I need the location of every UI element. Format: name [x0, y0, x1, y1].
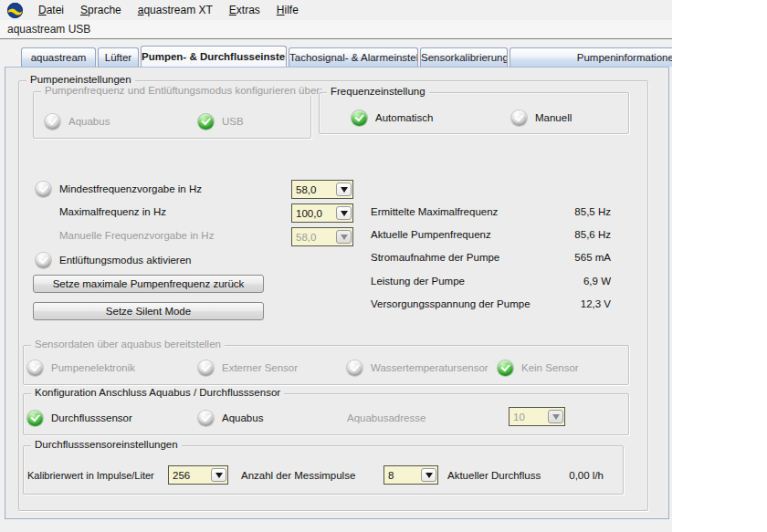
maximalfrequenz-dropdown-button[interactable]	[336, 206, 352, 220]
group-pumpeneinstellungen: Pumpeneinstellungen Pumpenfrequenz und E…	[18, 80, 648, 511]
group-konfiguration-anschluss: Konfiguration Anschluss Aquabus / Durchf…	[23, 393, 629, 435]
option-pumpenelektronik: Pumpenelektronik	[27, 359, 135, 377]
manuelle-frequenz-dropdown-button	[336, 230, 352, 244]
group-title-frequenzeinstellung: Frequenzeinstellung	[327, 86, 429, 97]
menu-item-hilfe[interactable]: Hilfe	[268, 1, 307, 19]
menu-item-datei[interactable]: Datei	[30, 1, 72, 19]
group-frequenzeinstellung: Frequenzeinstellung Automatisch Manuell	[319, 92, 629, 134]
automatisch-check-icon[interactable]	[352, 110, 367, 126]
manuell-check-icon[interactable]	[511, 110, 527, 126]
group-title-durchflusssensoreinstellungen: Durchflusssensoreinstellungen	[31, 439, 182, 450]
durchflusssensor-check-icon[interactable]	[27, 411, 43, 426]
aquabusadresse-dropdown: 10	[509, 407, 565, 426]
group-config-source: Pumpenfrequenz und Entlüftungsmodus konf…	[33, 91, 311, 139]
readout-label: Leistung der Pumpe	[371, 276, 465, 287]
maximalfrequenz-label: Maximalfrequenz in Hz	[59, 206, 166, 217]
aqua-computer-logo-icon	[7, 3, 23, 18]
messimpulse-value: 8	[384, 470, 421, 481]
device-bar: aquastream USB	[0, 20, 672, 39]
externer-sensor-label: Externer Sensor	[222, 362, 298, 373]
kalibrierwert-value: 256	[169, 470, 211, 481]
maximalfrequenz-dropdown[interactable]: 100,0	[291, 203, 353, 223]
externer-sensor-check-icon	[198, 360, 214, 376]
usb-source-check-icon	[198, 114, 214, 130]
tab-aquastream[interactable]: aquastream	[21, 47, 96, 67]
durchflusssensor-label: Durchflusssensor	[51, 412, 132, 423]
mindestfrequenz-label: Mindestfrequenzvorgabe in Hz	[59, 183, 202, 194]
menu-bar: Datei Sprache aquastream XT Extras Hilfe	[0, 0, 672, 20]
aquabus-source-check-icon	[45, 114, 60, 130]
group-title-pumpeneinstellungen: Pumpeneinstellungen	[26, 74, 135, 85]
kein-sensor-label: Kein Sensor	[521, 362, 579, 373]
aquabus-mode-label: Aquabus	[222, 412, 263, 423]
device-label: aquastream USB	[0, 23, 90, 36]
readout-label: Versorgungsspannung der Pumpe	[371, 298, 531, 309]
manuelle-frequenz-label: Manuelle Frequenzvorgabe in Hz	[59, 230, 214, 241]
mindestfrequenz-check-icon[interactable]	[36, 182, 51, 197]
automatisch-label: Automatisch	[375, 112, 433, 123]
messimpulse-label: Anzahl der Messimpulse	[241, 470, 355, 481]
kalibrierwert-dropdown-button[interactable]	[211, 468, 226, 482]
readout-stromaufnahme: Stromaufnahme der Pumpe 565 mA	[371, 250, 611, 265]
wassertemperatursensor-check-icon	[347, 360, 362, 376]
readout-value: 85,6 Hz	[574, 229, 611, 240]
tab-sensorkalibrierung[interactable]: Sensorkalibrierung	[420, 47, 508, 67]
aquabus-source-label: Aquabus	[68, 116, 110, 127]
chevron-down-icon	[426, 473, 433, 478]
menu-item-extras[interactable]: Extras	[221, 1, 268, 19]
pumpenelektronik-label: Pumpenelektronik	[51, 362, 135, 373]
mindestfrequenz-dropdown[interactable]: 58,0	[291, 180, 353, 199]
aquabusadresse-value: 10	[510, 412, 548, 422]
chevron-down-icon	[341, 211, 348, 216]
tab-luefter[interactable]: Lüfter	[98, 47, 139, 67]
chevron-down-icon	[341, 187, 348, 193]
messimpulse-dropdown[interactable]: 8	[384, 465, 438, 485]
chevron-down-icon	[552, 414, 560, 420]
reset-max-frequency-button[interactable]: Setze maximale Pumpenfrequenz zurück	[33, 275, 264, 293]
usb-source-label: USB	[222, 116, 244, 127]
option-wassertemperatursensor: Wassertemperatursensor	[347, 359, 489, 377]
aquabusadresse-label: Aquabusadresse	[347, 412, 426, 423]
aktueller-durchfluss-label: Aktueller Durchfluss	[447, 470, 541, 481]
kein-sensor-check-icon	[498, 360, 513, 376]
group-title-config-source: Pumpenfrequenz und Entlüftungsmodus konf…	[41, 85, 326, 96]
option-manuell[interactable]: Manuell	[511, 109, 572, 127]
readout-aktuelle-pumpenfrequenz: Aktuelle Pumpenfrequenz 85,6 Hz	[371, 227, 611, 242]
readout-versorgungsspannung: Versorgungsspannung der Pumpe 12,3 V	[371, 297, 611, 311]
group-durchflusssensoreinstellungen: Durchflusssensoreinstellungen Kalibrierw…	[23, 445, 624, 495]
readout-ermittelte-maximalfrequenz: Ermittelte Maximalfrequenz 85,5 Hz	[371, 204, 611, 219]
manuelle-frequenz-dropdown: 58,0	[291, 227, 353, 246]
menu-item-sprache[interactable]: Sprache	[72, 1, 130, 19]
mindestfrequenz-dropdown-button[interactable]	[336, 183, 352, 196]
manuelle-frequenz-value: 58,0	[292, 232, 336, 243]
option-aquabus-mode[interactable]: Aquabus	[198, 409, 263, 427]
option-kein-sensor: Kein Sensor	[498, 359, 579, 377]
aquabusadresse-dropdown-button	[548, 410, 563, 423]
option-mindestfrequenz[interactable]: Mindestfrequenzvorgabe in Hz	[36, 180, 202, 198]
pumpenelektronik-check-icon	[27, 360, 43, 376]
option-entlueftungsmodus[interactable]: Entlüftungsmodus aktivieren	[36, 251, 191, 269]
option-aquabus-source: Aquabus	[45, 112, 110, 130]
app-window: Datei Sprache aquastream XT Extras Hilfe…	[0, 0, 672, 532]
kalibrierwert-label: Kalibrierwert in Impulse/Liter	[27, 470, 154, 481]
aquabus-mode-check-icon[interactable]	[198, 411, 214, 426]
tab-pumpen-durchflusseinstellungen[interactable]: Pumpen- & Durchflusseinstellungen	[141, 46, 287, 67]
tab-pumpeninformationen[interactable]: Pumpeninformationen	[510, 47, 672, 67]
readout-label: Ermittelte Maximalfrequenz	[371, 206, 498, 217]
option-usb-source: USB	[198, 112, 244, 130]
screen: Datei Sprache aquastream XT Extras Hilfe…	[0, 0, 767, 532]
messimpulse-dropdown-button[interactable]	[421, 468, 436, 482]
tab-control: aquastream Lüfter Pumpen- & Durchflussei…	[5, 47, 669, 519]
tab-tachosignal-alarmeinstellungen[interactable]: Tachosignal- & Alarmeinstellungen	[289, 47, 418, 67]
option-automatisch[interactable]: Automatisch	[352, 109, 433, 127]
wassertemperatursensor-label: Wassertemperatursensor	[371, 362, 489, 373]
option-durchflusssensor[interactable]: Durchflusssensor	[27, 409, 132, 427]
aktueller-durchfluss-value: 0,00 l/h	[535, 470, 604, 481]
readout-label: Aktuelle Pumpenfrequenz	[371, 229, 491, 240]
menu-item-aquastream-xt[interactable]: aquastream XT	[130, 1, 221, 19]
entlueftungsmodus-check-icon[interactable]	[36, 253, 51, 268]
readout-value: 6,9 W	[583, 276, 611, 287]
group-title-konfiguration-anschluss: Konfiguration Anschluss Aquabus / Durchf…	[31, 387, 284, 398]
silent-mode-button[interactable]: Setze Silent Mode	[33, 302, 264, 320]
kalibrierwert-dropdown[interactable]: 256	[168, 465, 228, 485]
